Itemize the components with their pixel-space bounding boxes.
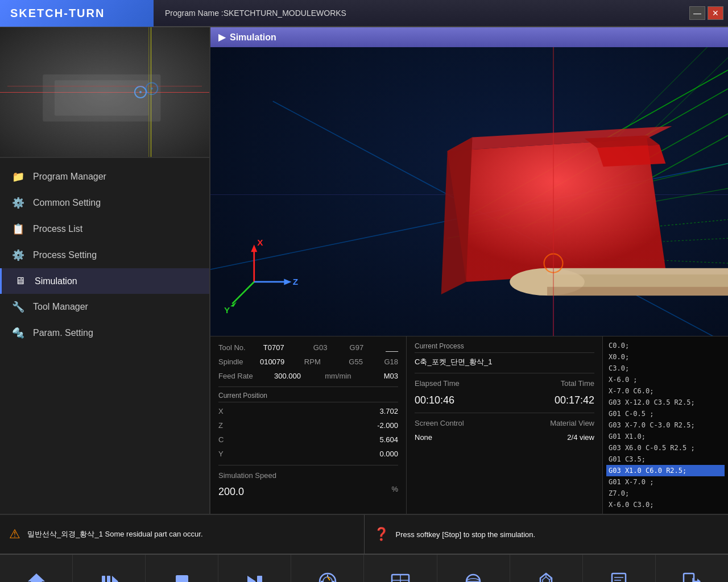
nc-code-line: G03 X-7.0 C-3.0 R2.5; xyxy=(606,419,725,431)
total-time-value: 00:17:42 xyxy=(555,392,594,409)
program-manager-label: Program Manager xyxy=(33,172,106,182)
simulation-header: ▶ Simulation xyxy=(210,27,728,47)
warning-message-panel: ⚠ 밀반선삭_외경_황삭_1 Some residual part can oc… xyxy=(0,515,365,554)
nc-code-line: G01 X-7.0 ; xyxy=(606,476,725,488)
sidebar-item-common-setting[interactable]: ⚙️Common Setting xyxy=(0,190,209,216)
speed-control-icon xyxy=(317,571,338,583)
nc-code-line: X-6.0 ; xyxy=(606,374,725,385)
feed-rate-value: 300.000 xyxy=(274,371,301,383)
svg-text:Y: Y xyxy=(224,305,230,315)
svg-marker-26 xyxy=(597,145,666,167)
c-axis-label: C xyxy=(218,434,224,446)
stop-button[interactable]: Stop xyxy=(146,555,218,582)
tool-manager-label: Tool Manager xyxy=(33,302,88,312)
info-message-panel: ❓ Press softkey [Stop] to stop the simul… xyxy=(365,515,729,554)
svg-marker-48 xyxy=(112,576,118,583)
nc-code-panel[interactable]: C0.0;X0.0;C3.0;X-6.0 ;X-7.0 C6.0;G03 X-1… xyxy=(603,336,728,514)
svg-marker-77 xyxy=(697,579,701,583)
sidebar-item-program-manager[interactable]: 📁Program Manager xyxy=(0,164,209,190)
svg-text:Z: Z xyxy=(293,277,298,286)
view-control-icon xyxy=(536,571,556,583)
nc-code-line: G01 C-0.5 ; xyxy=(606,408,725,419)
m03-label: M03 xyxy=(384,371,398,383)
section-view-button[interactable]: Section View xyxy=(437,555,510,582)
svg-rect-47 xyxy=(107,576,110,583)
process-setting-icon: ⚙️ xyxy=(11,249,25,261)
nc-code-line: X-6.0 C3.0; xyxy=(606,499,725,510)
message-bar: ⚠ 밀반선삭_외경_황삭_1 Some residual part can oc… xyxy=(0,514,728,554)
svg-point-5 xyxy=(151,88,153,90)
sidebar-item-process-setting[interactable]: ⚙️Process Setting xyxy=(0,242,209,268)
x-axis-value: 3.702 xyxy=(379,406,398,418)
sidebar-item-process-list[interactable]: 📋Process List xyxy=(0,216,209,242)
info-icon: ❓ xyxy=(374,527,389,542)
sidebar: 📁Program Manager⚙️Common Setting📋Process… xyxy=(0,27,210,514)
screen-control-button[interactable]: Screen Control xyxy=(364,555,437,582)
screen-control-icon xyxy=(390,571,411,583)
sidebar-item-tool-manager[interactable]: 🔧Tool Manager xyxy=(0,294,209,320)
nc-code-line: G01 C3.5; xyxy=(606,454,725,465)
process-list-icon: 📋 xyxy=(11,223,25,235)
svg-rect-51 xyxy=(257,576,262,583)
nc-code-line: G03 X6.0 C-0.5 R2.5 ; xyxy=(606,442,725,454)
process-list-label: Process List xyxy=(33,224,82,234)
spindle-value: 010079 xyxy=(260,356,284,368)
stop-icon xyxy=(172,571,192,583)
tool-no-label: Tool No. xyxy=(218,342,246,354)
program-name-label: Program Name :SKETCHTURN_MODULEWORKS xyxy=(159,9,689,18)
current-process-value: C축_포켓_단면_황삭_1 xyxy=(415,356,493,368)
feed-rate-label: Feed Rate xyxy=(218,371,253,383)
nc-code-line: C3.0; xyxy=(606,363,725,374)
elapsed-time-value: 00:10:46 xyxy=(415,392,454,409)
dash-label: ___ xyxy=(386,342,398,354)
bottom-toolbar: HomePlay/PauseStopSingle BlockSpeed Cont… xyxy=(0,554,728,582)
content-area: ▶ Simulation xyxy=(210,27,728,514)
nc-code-button[interactable]: NC code xyxy=(583,555,656,582)
x-axis-label: X xyxy=(218,406,224,418)
3d-viewport[interactable]: X Y Z xyxy=(210,47,728,336)
g97-label: G97 xyxy=(350,342,364,354)
info-panels: Tool No. T0707 G03 G97 ___ Spindle 01007… xyxy=(210,336,728,514)
nc-code-line: G03 X1.0 C6.0 R2.5; xyxy=(606,465,725,476)
window-controls: — ✕ xyxy=(689,6,728,20)
thumbnail-preview xyxy=(0,27,209,158)
param-setting-label: Param. Setting xyxy=(33,328,93,338)
screen-control-value: None xyxy=(415,432,432,444)
exit-button[interactable]: Exit xyxy=(656,555,728,582)
simulation-icon: ▶ xyxy=(218,32,225,43)
svg-rect-31 xyxy=(547,287,728,296)
svg-rect-1 xyxy=(55,80,149,115)
single-block-button[interactable]: Single Block xyxy=(218,555,291,582)
home-button[interactable]: Home xyxy=(0,555,73,582)
tool-info-panel: Tool No. T0707 G03 G97 ___ Spindle 01007… xyxy=(210,336,407,514)
sidebar-item-simulation[interactable]: 🖥Simulation xyxy=(0,268,209,294)
sidebar-item-param-setting[interactable]: 🔩Param. Setting xyxy=(0,320,209,346)
y-axis-label: Y xyxy=(218,448,224,460)
feed-rate-unit: mm/min xyxy=(325,371,351,383)
material-view-label: Material View xyxy=(550,418,594,430)
tool-no-value: T0707 xyxy=(263,342,284,354)
info-message-text: Press softkey [Stop] to stop the simulat… xyxy=(396,530,536,539)
minimize-button[interactable]: — xyxy=(689,6,705,20)
close-button[interactable]: ✕ xyxy=(708,6,723,20)
elapsed-time-label: Elapsed Time xyxy=(415,378,460,390)
g03-label: G03 xyxy=(313,342,328,354)
svg-marker-50 xyxy=(247,576,256,583)
program-manager-icon: 📁 xyxy=(11,171,25,183)
view-control-button[interactable]: View Control xyxy=(510,555,583,582)
nc-code-line: Z7.0; xyxy=(606,488,725,499)
app-logo: SKETCH-TURN xyxy=(0,0,154,27)
svg-rect-46 xyxy=(102,576,105,583)
nc-code-line: G03 X-12.0 C3.5 R2.5; xyxy=(606,397,725,408)
nc-code-line: G01 X1.0; xyxy=(606,431,725,442)
svg-marker-44 xyxy=(28,573,45,581)
warning-message-text: 밀반선삭_외경_황삭_1 Some residual part can occu… xyxy=(27,529,203,539)
sim-speed-label: Simulation Speed xyxy=(218,470,276,482)
speed-control-button[interactable]: Speed Control xyxy=(291,555,364,582)
process-info-panel: Current Process C축_포켓_단면_황삭_1 Elapsed Ti… xyxy=(407,336,603,514)
param-setting-icon: 🔩 xyxy=(11,327,25,339)
titlebar: SKETCH-TURN Program Name :SKETCHTURN_MOD… xyxy=(0,0,728,27)
main-layout: 📁Program Manager⚙️Common Setting📋Process… xyxy=(0,27,728,514)
play-pause-button[interactable]: Play/Pause xyxy=(73,555,146,582)
sim-speed-value: 200.0 xyxy=(218,484,244,500)
